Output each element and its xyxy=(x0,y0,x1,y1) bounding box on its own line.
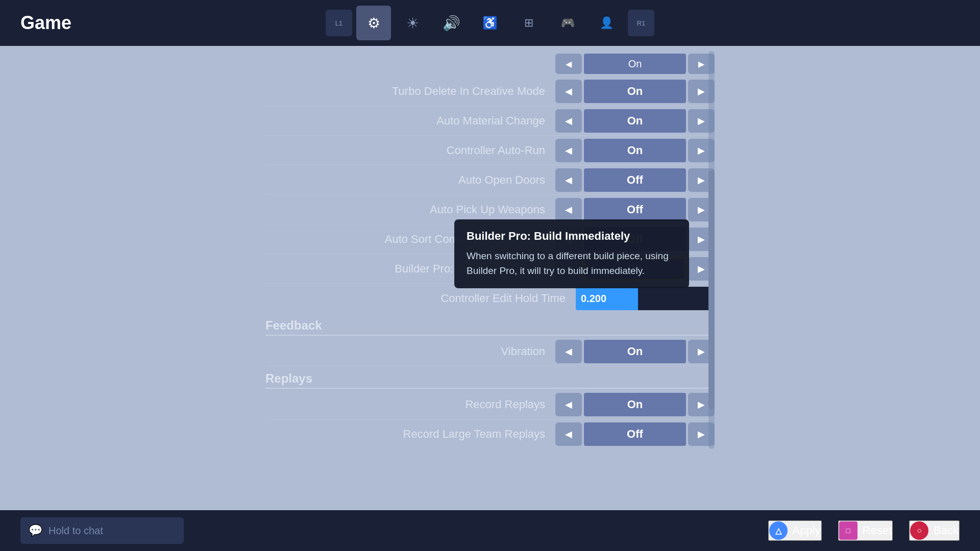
scrollbar[interactable] xyxy=(708,51,715,449)
back-icon: ○ xyxy=(910,521,928,540)
record-replays-value: On xyxy=(584,393,686,416)
feedback-section-header: Feedback xyxy=(265,313,715,336)
reset-button[interactable]: □ Reset xyxy=(838,520,893,541)
nav-tab-network[interactable]: ⊞ xyxy=(511,6,546,40)
label-turbo-delete: Turbo Delete In Creative Mode xyxy=(265,85,555,98)
scrollbar-thumb xyxy=(708,170,715,409)
auto-material-value: On xyxy=(584,109,686,133)
chat-label: Hold to chat xyxy=(48,525,103,537)
auto-material-left-btn[interactable]: ◀ xyxy=(555,109,582,133)
nav-tab-controller[interactable]: 🎮 xyxy=(550,6,585,40)
apply-button[interactable]: △ Apply xyxy=(768,520,822,541)
top-bar: Game L1 ⚙ ☀ 🔊 ♿ ⊞ 🎮 👤 xyxy=(0,0,980,46)
bottom-bar: 💬 Hold to chat △ Apply □ Reset ○ Back xyxy=(0,510,980,551)
chat-area: 💬 Hold to chat xyxy=(20,517,184,544)
row-auto-open-doors: Auto Open Doors ◀ Off ▶ xyxy=(265,165,715,195)
network-icon: ⊞ xyxy=(524,16,533,30)
control-auto-pickup: ◀ Off ▶ xyxy=(555,198,715,221)
control-turbo-delete: ◀ On ▶ xyxy=(555,80,715,103)
row-vibration: Vibration ◀ On ▶ xyxy=(265,337,715,366)
bottom-actions: △ Apply □ Reset ○ Back xyxy=(768,520,960,541)
control-auto-material: ◀ On ▶ xyxy=(555,109,715,133)
record-large-replays-left-btn[interactable]: ◀ xyxy=(555,422,582,446)
turbo-delete-left-btn[interactable]: ◀ xyxy=(555,80,582,103)
controller-icon: 🎮 xyxy=(561,16,575,30)
label-edit-hold-time: Controller Edit Hold Time xyxy=(265,292,576,305)
nav-tab-r1[interactable]: R1 xyxy=(628,10,654,36)
row-record-replays: Record Replays ◀ On ▶ xyxy=(265,390,715,419)
back-label: Back xyxy=(934,524,959,537)
control-controller-autorun: ◀ On ▶ xyxy=(555,139,715,162)
partial-left-btn[interactable]: ◀ xyxy=(555,54,582,74)
record-replays-left-btn[interactable]: ◀ xyxy=(555,393,582,416)
nav-tab-settings[interactable]: ⚙ xyxy=(356,6,391,40)
label-record-replays: Record Replays xyxy=(265,398,555,411)
profile-icon: 👤 xyxy=(600,16,614,30)
l1-label: L1 xyxy=(335,19,342,27)
label-auto-pickup: Auto Pick Up Weapons xyxy=(265,203,555,216)
slider-edit-hold-time[interactable]: 0.200 xyxy=(576,287,715,310)
vibration-left-btn[interactable]: ◀ xyxy=(555,340,582,363)
auto-open-doors-value: Off xyxy=(584,168,686,192)
nav-tab-brightness[interactable]: ☀ xyxy=(395,6,430,40)
control-record-replays: ◀ On ▶ xyxy=(555,393,715,416)
label-vibration: Vibration xyxy=(265,345,555,358)
nav-tabs: L1 ⚙ ☀ 🔊 ♿ ⊞ 🎮 👤 R1 xyxy=(326,6,654,40)
controller-autorun-value: On xyxy=(584,139,686,162)
partial-control: ◀ On ▶ xyxy=(555,54,715,74)
control-record-large-replays: ◀ Off ▶ xyxy=(555,422,715,446)
row-record-large-replays: Record Large Team Replays ◀ Off ▶ xyxy=(265,419,715,449)
r1-label: R1 xyxy=(637,19,646,27)
reset-icon: □ xyxy=(839,521,857,540)
nav-tab-audio[interactable]: 🔊 xyxy=(434,6,469,40)
label-auto-material: Auto Material Change xyxy=(265,114,555,128)
row-auto-material: Auto Material Change ◀ On ▶ xyxy=(265,106,715,136)
label-controller-autorun: Controller Auto-Run xyxy=(265,144,555,157)
label-auto-open-doors: Auto Open Doors xyxy=(265,173,555,187)
settings-icon: ⚙ xyxy=(368,15,380,32)
label-record-large-replays: Record Large Team Replays xyxy=(265,428,555,441)
slider-empty-area xyxy=(638,287,715,310)
partial-top-row: ◀ On ▶ xyxy=(265,51,715,77)
controller-autorun-left-btn[interactable]: ◀ xyxy=(555,139,582,162)
slider-value: 0.200 xyxy=(576,287,638,310)
turbo-delete-value: On xyxy=(584,80,686,103)
tooltip-body: When switching to a different build piec… xyxy=(467,249,677,278)
chat-icon: 💬 xyxy=(29,524,42,537)
nav-tab-profile[interactable]: 👤 xyxy=(589,6,624,40)
apply-label: Apply xyxy=(793,524,821,537)
tooltip-title: Builder Pro: Build Immediately xyxy=(467,230,677,243)
row-turbo-delete: Turbo Delete In Creative Mode ◀ On ▶ xyxy=(265,77,715,106)
row-controller-autorun: Controller Auto-Run ◀ On ▶ xyxy=(265,136,715,165)
control-auto-open-doors: ◀ Off ▶ xyxy=(555,168,715,192)
control-vibration: ◀ On ▶ xyxy=(555,340,715,363)
accessibility-icon: ♿ xyxy=(482,16,498,30)
replays-section-header: Replays xyxy=(265,366,715,389)
reset-label: Reset xyxy=(863,524,892,537)
vibration-value: On xyxy=(584,340,686,363)
auto-open-doors-left-btn[interactable]: ◀ xyxy=(555,168,582,192)
partial-value: On xyxy=(584,54,686,74)
nav-tab-l1[interactable]: L1 xyxy=(326,10,352,36)
record-large-replays-value: Off xyxy=(584,422,686,446)
auto-pickup-left-btn[interactable]: ◀ xyxy=(555,198,582,221)
auto-pickup-value: Off xyxy=(584,198,686,221)
back-button[interactable]: ○ Back xyxy=(909,520,960,541)
audio-icon: 🔊 xyxy=(443,15,460,32)
brightness-icon: ☀ xyxy=(406,15,419,32)
nav-tab-accessibility[interactable]: ♿ xyxy=(473,6,507,40)
apply-icon: △ xyxy=(769,521,788,540)
tooltip: Builder Pro: Build Immediately When swit… xyxy=(454,219,689,288)
page-title: Game xyxy=(20,12,71,34)
